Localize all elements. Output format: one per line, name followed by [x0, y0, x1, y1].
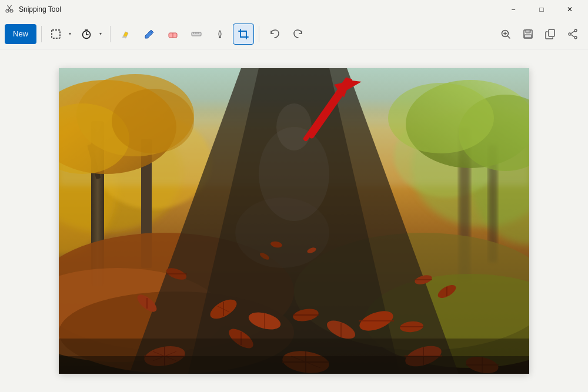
svg-point-63 [276, 103, 312, 150]
svg-line-21 [508, 36, 510, 38]
toolbar: New ▾ ▾ [0, 19, 588, 49]
title-bar-controls: − □ ✕ [500, 0, 583, 19]
svg-rect-106 [59, 356, 529, 374]
svg-rect-28 [549, 29, 554, 36]
right-tools [495, 24, 583, 45]
separator-3 [259, 26, 259, 42]
timer-dropdown[interactable]: ▾ [96, 24, 105, 45]
minimize-button[interactable]: − [500, 0, 527, 19]
eraser-button[interactable] [162, 24, 183, 45]
separator-1 [41, 26, 42, 42]
new-button[interactable]: New [5, 24, 36, 44]
svg-rect-25 [526, 30, 530, 33]
svg-rect-4 [52, 30, 60, 38]
app-icon [5, 4, 14, 15]
content-area [0, 49, 588, 392]
share-button[interactable] [562, 24, 583, 45]
snip-mode-button[interactable] [46, 24, 65, 45]
svg-point-53 [388, 83, 494, 153]
photo-canvas [59, 68, 529, 374]
save-button[interactable] [517, 24, 539, 45]
svg-line-32 [571, 31, 574, 33]
svg-point-62 [235, 197, 329, 268]
undo-button[interactable] [264, 24, 285, 45]
svg-point-19 [219, 37, 221, 38]
svg-point-30 [574, 36, 577, 39]
snip-mode-group: ▾ [46, 24, 75, 45]
pen-button[interactable] [139, 24, 160, 45]
image-container [59, 68, 529, 374]
crop-button[interactable] [233, 24, 254, 45]
maximize-button[interactable]: □ [528, 0, 555, 19]
timer-button[interactable] [77, 24, 96, 45]
highlighter-button[interactable] [115, 24, 136, 45]
svg-rect-26 [524, 35, 532, 38]
title-bar: Snipping Tool − □ ✕ [0, 0, 588, 19]
timer-group: ▾ [77, 24, 105, 45]
zoom-in-button[interactable] [495, 24, 516, 45]
svg-point-29 [574, 29, 577, 32]
svg-point-50 [112, 89, 194, 153]
snip-mode-dropdown[interactable]: ▾ [65, 24, 75, 45]
close-button[interactable]: ✕ [556, 0, 583, 19]
touch-write-button[interactable] [209, 24, 230, 45]
copy-button[interactable] [540, 24, 561, 45]
redo-button[interactable] [288, 24, 309, 45]
ruler-button[interactable] [186, 24, 207, 45]
svg-line-33 [571, 35, 574, 37]
svg-rect-14 [192, 32, 201, 36]
separator-2 [110, 26, 111, 42]
title-bar-left: Snipping Tool [5, 4, 61, 15]
svg-point-31 [569, 33, 571, 35]
app-title: Snipping Tool [19, 5, 61, 14]
